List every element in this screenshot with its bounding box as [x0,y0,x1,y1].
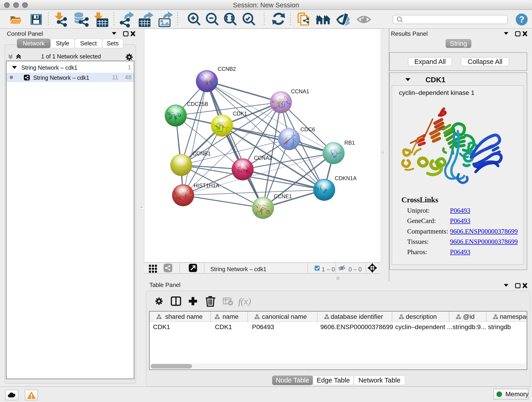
svg-text:description: description [406,313,437,320]
svg-text:name: name [222,313,239,320]
svg-text:CDK1: CDK1 [233,111,247,117]
svg-text:RB1: RB1 [344,140,355,146]
svg-text:canonical name: canonical name [262,313,307,320]
svg-text:CCNB2: CCNB2 [218,66,236,72]
svg-text:CCNA1: CCNA1 [291,89,309,95]
svg-text:HIST1H1A: HIST1H1A [194,183,220,189]
svg-text:CDKN1A: CDKN1A [335,175,357,181]
svg-text:database identifier: database identifier [331,313,383,320]
svg-text:f(x): f(x) [238,296,251,306]
svg-text:?: ? [519,15,524,24]
svg-text:@id: @id [463,313,475,320]
svg-text:CDC25B: CDC25B [187,101,208,107]
svg-text:shared name: shared name [165,313,203,320]
svg-text:CCNA2: CCNA2 [254,155,272,161]
svg-text:CDC6: CDC6 [300,127,315,133]
svg-text:CCNB1: CCNB1 [192,151,211,157]
svg-text:namespace: namespace [500,313,527,320]
svg-text:CCNE1: CCNE1 [274,193,292,199]
